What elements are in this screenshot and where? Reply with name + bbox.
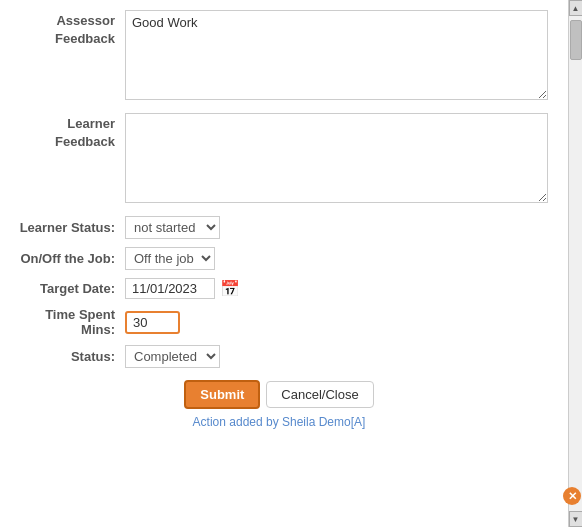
learner-status-label: Learner Status: [10,220,125,235]
scrollbar[interactable]: ▲ ▼ ✕ [568,0,582,527]
calendar-icon[interactable]: 📅 [220,279,240,298]
target-date-label: Target Date: [10,281,125,296]
status-row: Status: not started in progress Complete… [10,345,548,368]
learner-feedback-input[interactable] [125,113,548,203]
scroll-up-button[interactable]: ▲ [569,0,583,16]
action-info: Action added by Sheila Demo[A] [10,415,548,429]
learner-feedback-wrap [125,113,548,206]
target-date-row: Target Date: 📅 [10,278,548,299]
target-date-input[interactable] [125,278,215,299]
close-button[interactable]: ✕ [563,487,581,505]
status-label: Status: [10,349,125,364]
scroll-down-button[interactable]: ▼ [569,511,583,527]
cancel-button[interactable]: Cancel/Close [266,381,373,408]
scroll-thumb[interactable] [570,20,582,60]
buttons-row: Submit Cancel/Close [10,380,548,409]
assessor-feedback-row: AssessorFeedback Good Work [10,10,548,103]
time-spent-input[interactable] [125,311,180,334]
assessor-feedback-wrap: Good Work [125,10,548,103]
submit-button[interactable]: Submit [184,380,260,409]
learner-feedback-label: LearnerFeedback [10,113,125,151]
learner-status-row: Learner Status: not started in progress … [10,216,548,239]
learner-feedback-row: LearnerFeedback [10,113,548,206]
time-spent-label: Time SpentMins: [10,307,125,337]
time-spent-row: Time SpentMins: [10,307,548,337]
status-select[interactable]: not started in progress Completed [125,345,220,368]
on-off-job-select[interactable]: On the job Off the job [125,247,215,270]
on-off-job-label: On/Off the Job: [10,251,125,266]
assessor-feedback-label: AssessorFeedback [10,10,125,48]
form-container: AssessorFeedback Good Work LearnerFeedba… [0,0,568,527]
assessor-feedback-input[interactable]: Good Work [125,10,548,100]
learner-status-select[interactable]: not started in progress completed [125,216,220,239]
on-off-job-row: On/Off the Job: On the job Off the job [10,247,548,270]
